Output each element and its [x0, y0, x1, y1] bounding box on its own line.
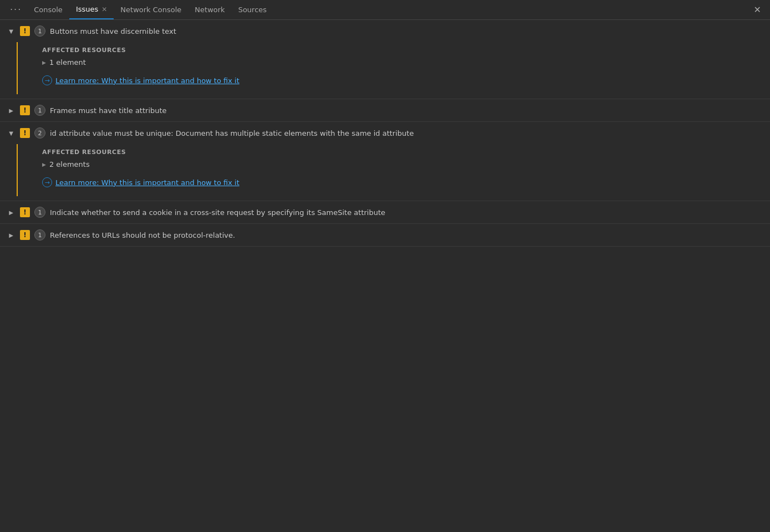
close-issues-tab[interactable]: ✕	[101, 6, 107, 13]
tab-sources[interactable]: Sources	[232, 0, 273, 19]
more-tabs-button[interactable]: ···	[4, 4, 27, 15]
count-badge-1: 1	[34, 25, 45, 37]
issue-title-4: Indicate whether to send a cookie in a c…	[50, 208, 385, 217]
issue-header-3[interactable]: ▼ ! 2 id attribute value must be unique:…	[0, 122, 770, 144]
devtools-close-button[interactable]: ✕	[749, 4, 766, 15]
chevron-down-icon-1: ▼	[7, 27, 16, 35]
elements-count-1: 1 element	[49, 58, 86, 66]
learn-more-link-1[interactable]: Learn more: Why this is important and ho…	[55, 76, 239, 85]
chevron-right-icon-2: ▶	[7, 106, 16, 115]
learn-more-icon-1: →	[42, 75, 52, 85]
tab-network[interactable]: Network	[188, 0, 231, 19]
issue-title-5: References to URLs should not be protoco…	[50, 231, 235, 239]
learn-more-link-3[interactable]: Learn more: Why this is important and ho…	[55, 178, 239, 187]
elements-count-3: 2 elements	[49, 160, 90, 168]
count-badge-4: 1	[34, 207, 45, 218]
learn-more-row-1: → Learn more: Why this is important and …	[42, 75, 770, 85]
affected-label-1: AFFECTED RESOURCES	[42, 47, 770, 54]
tab-network-console[interactable]: Network Console	[114, 0, 188, 19]
issue-body-1: AFFECTED RESOURCES ▶ 1 element → Learn m…	[17, 42, 770, 94]
issue-header-2[interactable]: ▶ ! 1 Frames must have title attribute	[0, 99, 770, 121]
issue-header-5[interactable]: ▶ ! 1 References to URLs should not be p…	[0, 224, 770, 246]
warning-icon-4: !	[20, 207, 30, 217]
warning-icon-5: !	[20, 230, 30, 240]
warning-icon-2: !	[20, 105, 30, 115]
issue-title-2: Frames must have title attribute	[50, 106, 167, 115]
chevron-right-icon-5: ▶	[7, 231, 16, 239]
warning-icon-3: !	[20, 128, 30, 138]
issue-row-5: ▶ ! 1 References to URLs should not be p…	[0, 224, 770, 247]
learn-more-icon-3: →	[42, 177, 52, 187]
learn-more-row-3: → Learn more: Why this is important and …	[42, 177, 770, 187]
issue-row-4: ▶ ! 1 Indicate whether to send a cookie …	[0, 201, 770, 224]
chevron-right-icon-4: ▶	[7, 208, 16, 217]
issue-title-1: Buttons must have discernible text	[50, 27, 176, 35]
issue-row-3: ▼ ! 2 id attribute value must be unique:…	[0, 122, 770, 201]
issue-row-1: ▼ ! 1 Buttons must have discernible text…	[0, 20, 770, 99]
count-badge-2: 1	[34, 105, 45, 116]
issue-header-4[interactable]: ▶ ! 1 Indicate whether to send a cookie …	[0, 201, 770, 223]
count-badge-5: 1	[34, 229, 45, 241]
triangle-right-icon-1: ▶	[42, 60, 46, 65]
issue-header-1[interactable]: ▼ ! 1 Buttons must have discernible text	[0, 20, 770, 42]
issue-title-3: id attribute value must be unique: Docum…	[50, 129, 414, 137]
tab-console[interactable]: Console	[27, 0, 69, 19]
tab-issues[interactable]: Issues ✕	[69, 0, 114, 19]
warning-icon-1: !	[20, 26, 30, 36]
tab-bar: ··· Console Issues ✕ Network Console Net…	[0, 0, 770, 20]
issue-row-2: ▶ ! 1 Frames must have title attribute	[0, 99, 770, 122]
elements-row-1[interactable]: ▶ 1 element	[42, 58, 770, 66]
count-badge-3: 2	[34, 127, 45, 139]
triangle-right-icon-3: ▶	[42, 162, 46, 167]
affected-label-3: AFFECTED RESOURCES	[42, 149, 770, 156]
chevron-down-icon-3: ▼	[7, 129, 16, 137]
issues-panel: ▼ ! 1 Buttons must have discernible text…	[0, 20, 770, 532]
issue-body-3: AFFECTED RESOURCES ▶ 2 elements → Learn …	[17, 144, 770, 196]
elements-row-3[interactable]: ▶ 2 elements	[42, 160, 770, 168]
